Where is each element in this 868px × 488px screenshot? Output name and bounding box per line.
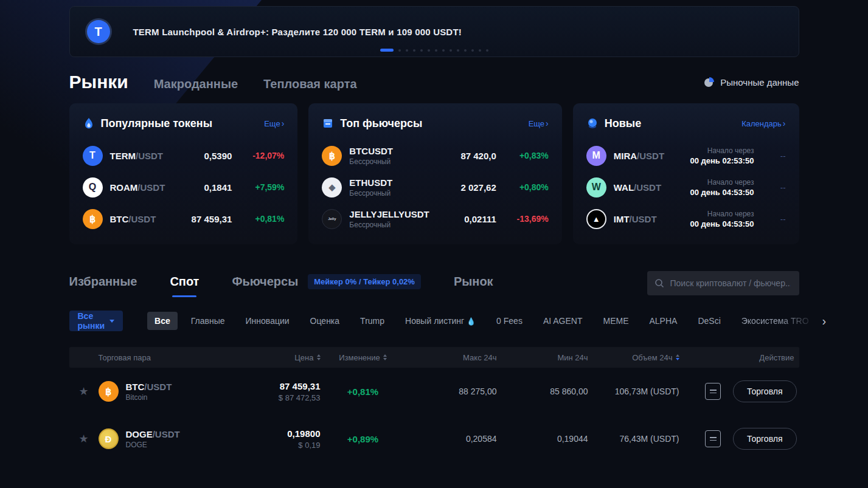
chip-tron-ecosystem[interactable]: Экосистема TRO (734, 312, 816, 330)
chevron-right-icon: › (783, 119, 786, 128)
trade-button[interactable]: Торговля (733, 428, 796, 450)
new-listing-row[interactable]: ▲ IMT/USDT Начало через00 день 04:53:50 … (586, 203, 786, 235)
filter-bar: Все рынки Все Главные Инновации Оценка T… (69, 311, 799, 331)
drop-icon: 💧 (467, 317, 476, 326)
trade-button[interactable]: Торговля (733, 380, 796, 402)
high-24h: 88 275,00 (406, 387, 497, 396)
tab-futures[interactable]: Фьючерсы (232, 275, 298, 297)
futures-row[interactable]: Jelly JELLYJELLYUSDTБессрочный 0,02111 -… (322, 203, 548, 235)
chip-new-listing[interactable]: Новый листинг 💧 (398, 312, 483, 330)
contract-price: 0,02111 (429, 214, 496, 224)
all-markets-dropdown[interactable]: Все рынки (69, 311, 123, 331)
contract-change: -13,69% (496, 214, 549, 224)
tab-favorites[interactable]: Избранные (69, 275, 137, 297)
futures-row[interactable]: ฿ BTCUSDTБессрочный 87 420,0 +0,83% (322, 140, 548, 171)
card-title: Новые (605, 117, 641, 130)
kline-chart-icon[interactable] (705, 430, 721, 447)
pair-base: BTC (126, 382, 145, 392)
chip-alpha[interactable]: ALPHA (642, 312, 684, 330)
contract-change: +0,80% (496, 182, 549, 192)
token-row[interactable]: ฿ BTC/USDT 87 459,31 +0,81% (83, 203, 285, 235)
carousel-dot[interactable] (471, 49, 474, 52)
tab-spot[interactable]: Спот (170, 275, 199, 297)
chevron-right-icon: › (546, 119, 549, 128)
market-tabs: Избранные Спот Фьючерсы Мейкер 0% / Тейк… (69, 275, 799, 297)
carousel-dot[interactable] (479, 49, 481, 52)
header-volume-sort[interactable]: Объем 24ч (588, 353, 679, 362)
chip-main[interactable]: Главные (184, 312, 232, 330)
carousel-dot[interactable] (450, 49, 452, 52)
chip-rating[interactable]: Оценка (303, 312, 347, 330)
table-row-doge[interactable]: ★ Ð DOGE/USDTDOGE 0,19800 $ 0,19 +0,89% … (69, 415, 799, 462)
pair-base: WAL (614, 182, 634, 193)
token-row[interactable]: Q ROAM/USDT 0,1841 +7,59% (83, 171, 285, 203)
header-pair: Торговая пара (99, 353, 251, 362)
nav-macro-data[interactable]: Макроданные (154, 77, 238, 91)
countdown-value: 00 день 04:53:50 (687, 188, 754, 197)
carousel-dot[interactable] (406, 49, 408, 52)
futures-row[interactable]: ◆ ETHUSDTБессрочный 2 027,62 +0,80% (322, 171, 548, 203)
carousel-dot[interactable] (435, 49, 437, 52)
favorite-star-icon[interactable]: ★ (69, 432, 99, 445)
more-link[interactable]: Еще › (529, 119, 549, 128)
nav-heatmap[interactable]: Тепловая карта (263, 77, 356, 91)
chip-all[interactable]: Все (147, 312, 178, 330)
btc-coin-icon: ฿ (99, 381, 119, 402)
pie-chart-icon (703, 76, 715, 88)
contract-type: Бессрочный (349, 157, 429, 166)
pair-quote: /USDT (136, 151, 163, 161)
pair-base: MIRA (614, 151, 637, 161)
carousel-dot[interactable] (420, 49, 423, 52)
carousel-dot[interactable] (442, 49, 445, 52)
pair-quote: /USDT (144, 382, 172, 392)
contract-change: +0,83% (496, 151, 549, 160)
carousel-dot[interactable] (428, 49, 430, 52)
price-usd: $ 0,19 (251, 441, 321, 450)
chip-ai-agent[interactable]: AI AGENT (536, 312, 590, 330)
market-data-link[interactable]: Рыночные данные (703, 76, 799, 88)
table-header: Торговая пара Цена Изменение Макс 24ч Ми… (69, 347, 799, 368)
pair-quote: /USDT (637, 151, 664, 161)
carousel-dot[interactable] (413, 49, 415, 52)
header-change-sort[interactable]: Изменение (321, 353, 406, 362)
token-change: +7,59% (232, 182, 284, 192)
mira-coin-icon: M (586, 146, 606, 166)
chips-scroll-right[interactable]: › (822, 314, 827, 328)
contract-symbol: BTCUSDT (349, 146, 393, 156)
new-listings-icon (586, 117, 599, 129)
header-change-label: Изменение (339, 353, 380, 362)
coin-name: DOGE (126, 441, 251, 449)
token-row[interactable]: T TERM/USDT 0,5390 -12,07% (83, 140, 285, 171)
listing-price-placeholder: -- (754, 183, 786, 192)
calendar-link[interactable]: Календарь › (741, 119, 785, 128)
carousel-dot[interactable] (380, 49, 394, 52)
coin-name: Bitcoin (126, 393, 251, 402)
favorite-star-icon[interactable]: ★ (69, 385, 99, 398)
carousel-dot[interactable] (486, 49, 488, 52)
carousel-dot[interactable] (398, 49, 401, 52)
new-listing-row[interactable]: M MIRA/USDT Начало через00 день 02:53:50… (586, 140, 786, 171)
search-box[interactable] (647, 271, 799, 295)
chip-meme[interactable]: MEME (595, 312, 636, 330)
chip-0fees[interactable]: 0 Fees (489, 312, 530, 330)
contract-price: 2 027,62 (429, 182, 496, 193)
chip-innovations[interactable]: Инновации (238, 312, 297, 330)
search-input[interactable] (669, 278, 792, 289)
new-listing-row[interactable]: W WAL/USDT Начало через00 день 04:53:50 … (586, 171, 786, 203)
kline-chart-icon[interactable] (705, 383, 721, 400)
more-label: Еще (529, 119, 544, 128)
carousel-dot[interactable] (457, 49, 459, 52)
countdown-value: 00 день 04:53:50 (687, 219, 754, 229)
chip-desci[interactable]: DeSci (690, 312, 727, 330)
table-row-btc[interactable]: ★ ฿ BTC/USDTBitcoin 87 459,31 $ 87 472,5… (69, 368, 799, 415)
announcement-banner[interactable]: T TERM Launchpool & Airdrop+: Разделите … (69, 6, 799, 57)
countdown-label: Начало через (687, 146, 754, 155)
fee-badge[interactable]: Мейкер 0% / Тейкер 0,02% (308, 274, 421, 289)
carousel-dot[interactable] (464, 49, 467, 52)
carousel-dots[interactable] (380, 49, 488, 52)
header-price-sort[interactable]: Цена (251, 353, 321, 362)
chip-trump[interactable]: Trump (353, 312, 392, 330)
tab-market[interactable]: Рынок (454, 275, 493, 297)
more-link[interactable]: Еще › (264, 119, 284, 128)
pair-quote: /USDT (128, 214, 156, 224)
